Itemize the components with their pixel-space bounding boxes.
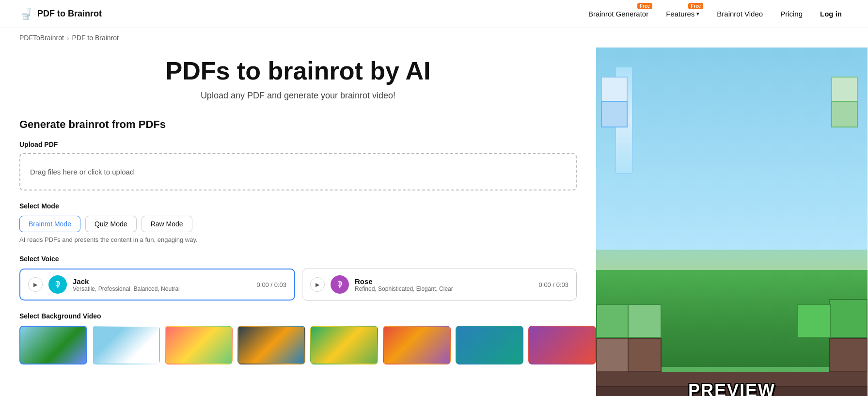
breadcrumb-current: PDF to Brainrot — [72, 34, 118, 42]
jack-tags: Versatile, Professional, Balanced, Neutr… — [73, 285, 251, 292]
upload-label: Upload PDF — [19, 141, 577, 148]
preview-label: PREVIEW — [688, 380, 775, 396]
jack-avatar: 🎙 — [48, 275, 67, 294]
section-title: Generate brainrot from PDFs — [19, 118, 577, 131]
bg-thumb-robot[interactable] — [456, 326, 523, 364]
mode-quiz-button[interactable]: Quiz Mode — [85, 216, 137, 232]
features-chevron-icon: ▾ — [696, 11, 699, 17]
nav-pricing[interactable]: Pricing — [773, 7, 809, 21]
mode-label: Select Mode — [19, 202, 577, 210]
preview-image: PREVIEW — [596, 48, 868, 396]
bg-video-label: Select Background Video — [19, 312, 577, 320]
bg-thumb-city[interactable] — [237, 326, 305, 364]
mode-description: AI reads PDFs and presents the content i… — [19, 236, 577, 243]
voice-card-rose[interactable]: ▶ 🎙 Rose Refined, Sophisticated, Elegant… — [302, 269, 577, 301]
nav-features-label: Features — [666, 10, 694, 18]
nav-pricing-label: Pricing — [780, 10, 803, 18]
bg-thumb-clouds[interactable] — [92, 326, 160, 364]
main-nav: Free Brainrot Generator Free Features ▾ … — [582, 7, 849, 21]
jack-info: Jack Versatile, Professional, Balanced, … — [73, 277, 251, 292]
features-badge: Free — [688, 3, 703, 9]
nav-login[interactable]: Log in — [813, 7, 849, 21]
logo-icon: 🚽 — [19, 8, 32, 20]
bg-video-thumbs — [19, 326, 577, 364]
breadcrumb-home[interactable]: PDFToBrainrot — [19, 34, 64, 42]
logo-text: PDF to Brainrot — [37, 9, 102, 19]
upload-zone[interactable]: Drag files here or click to upload — [19, 153, 577, 190]
bg-thumb-jungle[interactable] — [310, 326, 378, 364]
nav-brainrot-generator-label: Brainrot Generator — [588, 10, 648, 18]
voice-label: Select Voice — [19, 255, 577, 263]
mode-buttons: Brainrot Mode Quiz Mode Raw Mode — [19, 216, 577, 232]
rose-name: Rose — [355, 277, 533, 285]
nav-features[interactable]: Free Features ▾ — [659, 7, 706, 21]
mode-brainrot-button[interactable]: Brainrot Mode — [19, 216, 80, 232]
rose-avatar: 🎙 — [331, 275, 349, 294]
jack-play-button[interactable]: ▶ — [28, 277, 43, 292]
bg-thumb-minecraft[interactable] — [19, 326, 87, 364]
bg-thumb-candy[interactable] — [165, 326, 233, 364]
hero-subtitle: Upload any PDF and generate your brainro… — [19, 91, 577, 101]
nav-brainrot-video[interactable]: Brainrot Video — [710, 7, 770, 21]
content-area: PDFs to brainrot by AI Upload any PDF an… — [0, 48, 596, 396]
rose-tags: Refined, Sophisticated, Elegant, Clear — [355, 285, 533, 292]
rose-info: Rose Refined, Sophisticated, Elegant, Cl… — [355, 277, 533, 292]
nav-brainrot-generator[interactable]: Free Brainrot Generator — [582, 7, 655, 21]
preview-sidebar: PREVIEW — [596, 48, 868, 396]
rose-time: 0:00 / 0:03 — [539, 281, 568, 288]
hero-title: PDFs to brainrot by AI — [19, 57, 577, 85]
upload-placeholder: Drag files here or click to upload — [30, 168, 134, 176]
breadcrumb: PDFToBrainrot › PDF to Brainrot — [0, 28, 868, 48]
bg-thumb-extra[interactable] — [528, 326, 596, 364]
hero-section: PDFs to brainrot by AI Upload any PDF an… — [19, 57, 577, 101]
jack-time: 0:00 / 0:03 — [257, 281, 286, 288]
brainrot-generator-badge: Free — [637, 3, 652, 9]
voice-card-jack[interactable]: ▶ 🎙 Jack Versatile, Professional, Balanc… — [19, 269, 295, 301]
nav-login-label: Log in — [820, 10, 842, 18]
breadcrumb-separator: › — [67, 34, 69, 42]
rose-play-button[interactable]: ▶ — [310, 277, 325, 292]
logo[interactable]: 🚽 PDF to Brainrot — [19, 8, 102, 20]
bg-thumb-game[interactable] — [383, 326, 451, 364]
nav-brainrot-video-label: Brainrot Video — [717, 10, 763, 18]
mode-raw-button[interactable]: Raw Mode — [142, 216, 192, 232]
jack-name: Jack — [73, 277, 251, 285]
voice-cards: ▶ 🎙 Jack Versatile, Professional, Balanc… — [19, 269, 577, 301]
